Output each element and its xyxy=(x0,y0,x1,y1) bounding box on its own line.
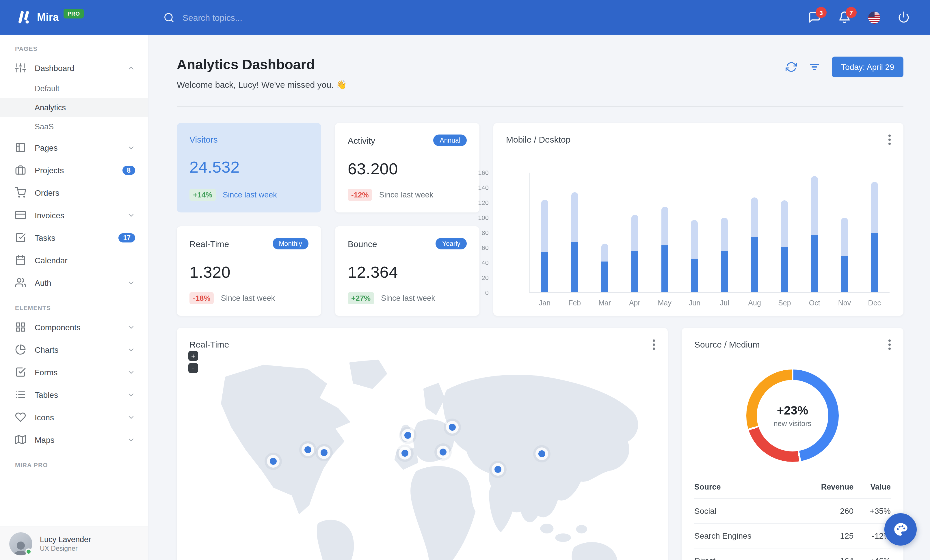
sidebar-item-tables[interactable]: Tables xyxy=(0,384,148,406)
y-axis-tick: 80 xyxy=(470,229,489,236)
stat-card-real-time: Real-TimeMonthly1.320-18%Since last week xyxy=(177,226,321,316)
check-square-icon xyxy=(15,232,26,243)
language-flag-button[interactable] xyxy=(868,11,880,23)
sidebar-item-invoices[interactable]: Invoices xyxy=(0,204,148,226)
stat-caption: Since last week xyxy=(221,294,275,302)
bar-group-jun: Jun xyxy=(687,173,702,292)
date-range-button[interactable]: Today: April 29 xyxy=(832,57,904,77)
map-marker-moscow[interactable] xyxy=(449,423,456,430)
sidebar-item-maps[interactable]: Maps xyxy=(0,428,148,451)
kebab-menu-icon[interactable] xyxy=(653,339,655,350)
sidebar-item-orders[interactable]: Orders xyxy=(0,181,148,204)
bar-desktop xyxy=(841,218,848,256)
sidebar-item-charts[interactable]: Charts xyxy=(0,338,148,361)
map-zoom-out-button[interactable]: - xyxy=(188,363,198,373)
stat-period-badge[interactable]: Monthly xyxy=(273,238,308,249)
sidebar-item-analytics[interactable]: Analytics xyxy=(0,98,148,117)
top-navbar: Mira PRO 3 7 xyxy=(0,0,930,35)
bar-desktop xyxy=(691,220,698,258)
sidebar-item-label: Pages xyxy=(35,143,127,152)
bar-desktop xyxy=(781,201,788,247)
kebab-menu-icon[interactable] xyxy=(888,339,891,350)
stat-change-badge: -18% xyxy=(189,292,214,304)
sidebar-item-pages[interactable]: Pages xyxy=(0,136,148,159)
sidebar-item-auth[interactable]: Auth xyxy=(0,272,148,294)
bar-desktop xyxy=(601,243,608,261)
x-axis-label: Mar xyxy=(599,299,611,307)
stat-period-badge[interactable]: Yearly xyxy=(436,238,467,249)
map-marker-madrid[interactable] xyxy=(402,450,409,456)
chevron-down-icon xyxy=(127,391,135,399)
stat-card-activity: ActivityAnnual63.200-12%Since last week xyxy=(335,123,479,212)
chevron-down-icon xyxy=(127,345,135,354)
sidebar-item-dashboard[interactable]: Dashboard xyxy=(0,57,148,79)
theme-settings-fab[interactable] xyxy=(884,513,917,546)
bar-mobile xyxy=(601,261,608,292)
x-axis-label: May xyxy=(658,299,671,307)
projects-count-badge: 8 xyxy=(122,166,135,175)
world-map[interactable] xyxy=(177,358,668,560)
map-marker-new-york[interactable] xyxy=(320,449,328,456)
sidebar-user-footer[interactable]: Lucy Lavender UX Designer xyxy=(0,526,148,560)
x-axis-label: Dec xyxy=(868,299,881,307)
map-marker-los-angeles[interactable] xyxy=(269,458,276,465)
y-axis-tick: 40 xyxy=(470,259,489,266)
bar-mobile xyxy=(571,242,578,292)
kebab-menu-icon[interactable] xyxy=(888,135,891,145)
page-subtitle: Welcome back, Lucy! We've missed you. 👋 xyxy=(177,80,347,90)
notifications-button[interactable]: 7 xyxy=(838,11,851,24)
bar-group-sep: Sep xyxy=(777,173,792,292)
brand-pro-badge: PRO xyxy=(63,8,84,18)
source-cell: Social xyxy=(694,499,796,523)
sidebar-item-forms[interactable]: Forms xyxy=(0,361,148,384)
filter-button[interactable] xyxy=(809,61,820,73)
sidebar-item-saas[interactable]: SaaS xyxy=(0,117,148,136)
map-marker-beijing[interactable] xyxy=(538,450,545,457)
bar-group-mar: Mar xyxy=(597,173,612,292)
map-marker-chicago[interactable] xyxy=(305,446,311,453)
map-marker-ankara[interactable] xyxy=(439,448,446,455)
source-cell: Search Engines xyxy=(694,523,796,548)
stat-card-bounce: BounceYearly12.364+27%Since last week xyxy=(335,226,479,316)
bar-group-dec: Dec xyxy=(867,173,882,292)
bar-group-jul: Jul xyxy=(717,173,732,292)
source-table: Source Revenue Value Social260+35%Search… xyxy=(694,477,891,560)
map-marker-london[interactable] xyxy=(405,432,411,439)
stat-title: Activity xyxy=(348,135,375,145)
sign-out-button[interactable] xyxy=(898,11,910,24)
messages-button[interactable]: 3 xyxy=(808,11,821,24)
stat-period-badge[interactable]: Annual xyxy=(433,135,467,146)
sidebar-item-icons[interactable]: Icons xyxy=(0,406,148,428)
sidebar-item-projects[interactable]: Projects 8 xyxy=(0,159,148,181)
sidebar-item-default[interactable]: Default xyxy=(0,79,148,98)
shopping-cart-icon xyxy=(15,187,26,198)
source-medium-title: Source / Medium xyxy=(694,339,760,349)
x-axis-label: Jul xyxy=(720,299,729,307)
sidebar-item-calendar[interactable]: Calendar xyxy=(0,249,148,272)
stat-title: Bounce xyxy=(348,239,377,249)
sidebar-item-components[interactable]: Components xyxy=(0,316,148,338)
bar-desktop xyxy=(871,182,878,233)
stat-cards-grid: Visitors24.532+14%Since last weekActivit… xyxy=(177,123,479,316)
chevron-down-icon xyxy=(127,368,135,376)
donut-center-value: +23% xyxy=(777,404,808,417)
map-marker-new-delhi[interactable] xyxy=(494,466,501,473)
bar-desktop xyxy=(661,207,668,245)
stat-change-badge: +14% xyxy=(189,189,216,201)
pie-chart-icon xyxy=(15,344,26,355)
y-axis-tick: 160 xyxy=(470,169,489,176)
refresh-button[interactable] xyxy=(785,61,797,73)
sidebar-item-tasks[interactable]: Tasks 17 xyxy=(0,226,148,249)
x-axis-label: Sep xyxy=(778,299,791,307)
sidebar-item-label: Components xyxy=(35,322,127,332)
chevron-down-icon xyxy=(127,211,135,219)
search-input[interactable] xyxy=(183,12,344,22)
stat-value: 24.532 xyxy=(189,158,308,176)
stat-value: 1.320 xyxy=(189,263,308,282)
brand[interactable]: Mira PRO xyxy=(0,11,148,24)
map-zoom-in-button[interactable]: + xyxy=(188,351,198,361)
donut-center-label: new visitors xyxy=(774,420,811,428)
header-actions: Today: April 29 xyxy=(785,57,904,77)
y-axis-tick: 120 xyxy=(470,199,489,206)
navbar-search[interactable] xyxy=(163,12,360,23)
